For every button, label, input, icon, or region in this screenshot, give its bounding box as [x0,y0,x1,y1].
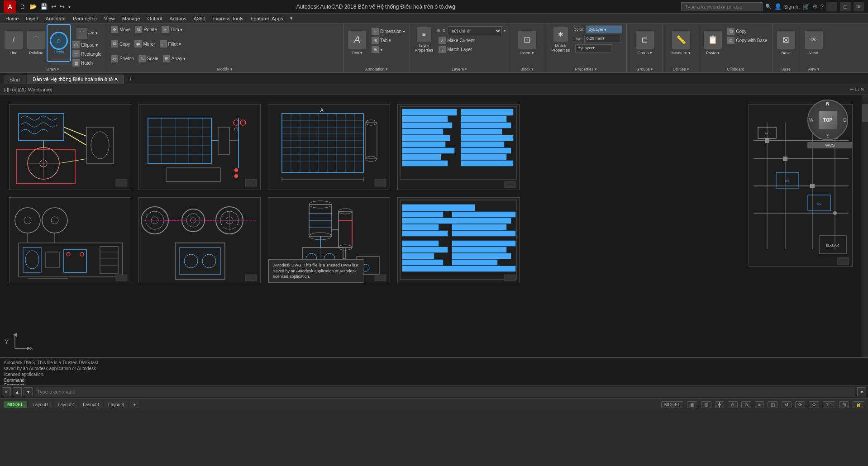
drawing-frame-2[interactable] [138,104,261,190]
qat-redo[interactable]: ↪ [60,3,65,10]
table-btn[interactable]: ⊞Table [370,36,407,44]
command-input[interactable] [34,387,855,397]
add-layout-btn[interactable]: + [129,401,139,408]
menu-manage[interactable]: Manage [119,15,144,22]
transparency-btn[interactable]: ◫ [768,401,778,408]
lock-btn[interactable]: 🔒 [853,401,864,408]
menu-more[interactable]: ▾ [286,14,296,22]
cart-icon[interactable]: 🛒 [802,3,810,10]
qat-more[interactable]: ▾ [68,4,71,9]
array-btn[interactable]: ⊞Array ▾ [161,55,188,63]
view-btn[interactable]: 👁 View [803,25,825,61]
qat-save[interactable]: 💾 [40,3,48,10]
dynmode-btn[interactable]: ⚙ [809,401,819,408]
base-btn[interactable]: ⊠ Base [775,25,797,61]
selcycling-btn[interactable]: ↺ [782,401,792,408]
menu-parametric[interactable]: Parametric [69,15,100,22]
trim-btn[interactable]: ✂Trim ▾ [160,25,184,33]
drawing-frame-4[interactable] [397,104,520,190]
layout1-tab[interactable]: Layout1 [29,401,52,408]
drawing-frame-1[interactable] [9,104,131,190]
menu-output[interactable]: Output [144,15,166,22]
circle-btn[interactable]: ○ Circle [48,25,70,61]
copy-clip-btn[interactable]: ⧉Copy [725,27,769,35]
menu-addins[interactable]: Add-ins [166,15,190,22]
sign-in-btn[interactable]: Sign In [784,4,800,10]
settings-icon[interactable]: ⚙ [812,3,818,10]
tab-add-btn[interactable]: + [125,74,136,84]
drawing-frame-8[interactable] [397,197,520,283]
polar-btn[interactable]: ⊕ [728,401,738,408]
cmd-arrow-btn[interactable]: ▾ [857,387,866,396]
group-btn[interactable]: ⊏ Group ▾ [634,25,656,61]
nav-cube[interactable]: N S W E TOP WCS [807,100,853,154]
match-layer-btn[interactable]: ≈Match Layer [437,45,506,53]
scale-btn[interactable]: ⤡Scale [137,55,160,63]
minimize-btn[interactable]: ─ [826,2,837,11]
osnap-btn[interactable]: ⊙ [741,401,751,408]
drawing-frame-5[interactable] [9,197,131,283]
layout4-tab[interactable]: Layout4 [105,401,128,408]
annotation-more[interactable]: ⊕▾ [370,45,407,53]
hatch-btn[interactable]: ▦Hatch [71,59,103,67]
layer-properties-btn[interactable]: ≡ LayerProperties [413,25,435,54]
mirror-btn[interactable]: ⇌Mirror [133,40,157,48]
search-input[interactable] [681,2,763,11]
layout2-tab[interactable]: Layout2 [54,401,78,408]
color-prop[interactable]: ByLayer▾ [586,25,622,33]
arc-btn[interactable]: ⌒ Arc ▾ [71,27,103,40]
menu-home[interactable]: Home [2,15,22,22]
3dosnap-btn[interactable]: ⟳ [795,401,805,408]
viewport-restore[interactable]: □ [855,86,858,92]
maximize-btn[interactable]: □ [840,2,851,11]
rect-btn[interactable]: ▭Rectangle [71,50,103,58]
menu-a360[interactable]: A360 [190,15,209,22]
cmd-close-btn[interactable]: ✕ [2,387,11,396]
text-btn[interactable]: A Text ▾ [346,25,368,61]
search-icon[interactable]: 🔍 [765,4,772,10]
user-icon[interactable]: 👤 [774,3,782,10]
menu-express[interactable]: Express Tools [209,15,247,22]
menu-featured[interactable]: Featured Apps [247,15,287,22]
ortho-btn[interactable]: ╋ [715,401,724,408]
lineweight-btn[interactable]: ≡ [755,401,764,408]
lineweight-prop[interactable]: ByLayer▾ [575,44,611,52]
drawing-frame-7[interactable]: Autodesk DWG. This file is a Trusted DWG… [268,197,390,283]
rotate-btn[interactable]: ↻Rotate [133,25,158,33]
copy-btn[interactable]: ⧉Copy [109,40,132,48]
grid-btn[interactable]: ▦ [687,401,697,408]
viewport-close[interactable]: ✕ [860,86,864,92]
copy-with-base-btn[interactable]: ⧈Copy with Base [725,36,769,44]
qat-undo[interactable]: ↩ [51,3,56,10]
stretch-btn[interactable]: ⇔Stretch [109,55,136,63]
right-scrollbar[interactable] [862,95,868,357]
close-btn[interactable]: ✕ [854,2,864,11]
help-icon[interactable]: ? [820,3,824,10]
drawing-frame-6[interactable] [138,197,261,283]
line-btn[interactable]: / Line [3,25,24,61]
menu-insert[interactable]: Insert [22,15,42,22]
qat-new[interactable]: 🗋 [20,3,26,10]
layer-dropdown-btn[interactable]: ▾ [504,29,506,33]
fillet-btn[interactable]: ⌐Fillet ▾ [158,40,183,48]
insert-btn[interactable]: ⊡ Insert ▾ [516,25,538,61]
model-status[interactable]: MODEL [661,401,684,408]
ellipse-btn[interactable]: ⬭Ellipse ▾ [71,41,103,49]
model-tab[interactable]: MODEL [4,401,27,408]
dimension-btn[interactable]: ↔Dimension ▾ [370,27,407,35]
paste-btn[interactable]: 📋 Paste ▾ [702,25,724,61]
workspace-btn[interactable]: ⊞ [839,401,849,408]
make-current-btn[interactable]: ✓Make Current [437,36,506,44]
measure-btn[interactable]: 📏 Measure ▾ [669,25,692,61]
layer-dropdown[interactable]: nét chính [448,26,502,35]
drawing-frame-3[interactable]: A [268,104,390,190]
layout3-tab[interactable]: Layout3 [79,401,103,408]
compass-top[interactable]: TOP [819,111,837,129]
linetype-prop[interactable]: 0.25 mm▾ [584,35,620,43]
qat-open[interactable]: 📂 [29,3,37,10]
match-properties-btn[interactable]: ✱ MatchProperties [549,25,572,54]
viewport-minimize[interactable]: ─ [850,86,854,92]
menu-annotate[interactable]: Annotate [42,15,69,22]
move-btn[interactable]: ✛Move [109,25,132,33]
cmd-menu-btn[interactable]: ▾ [24,387,33,396]
